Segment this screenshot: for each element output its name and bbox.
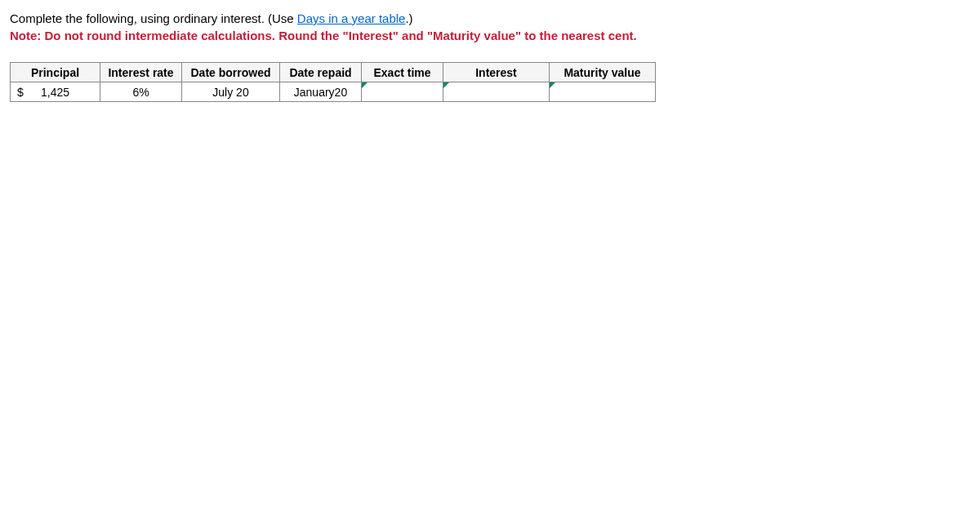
header-date-borrowed: Date borrowed [182, 63, 280, 82]
instruction-text-prefix: Complete the following, using ordinary i… [10, 11, 297, 25]
header-date-repaid: Date repaid [280, 63, 362, 82]
days-in-year-link[interactable]: Days in a year table [297, 11, 406, 25]
input-indicator-icon [362, 82, 368, 88]
header-interest: Interest [443, 63, 550, 82]
table-row: $ 1,425 6% July 20 January20 [11, 82, 656, 102]
instruction-text-suffix: .) [405, 11, 412, 25]
note-text: Do not round intermediate calculations. … [45, 29, 637, 42]
header-interest-rate: Interest rate [100, 63, 182, 82]
input-indicator-icon [443, 82, 449, 88]
instructions-block: Complete the following, using ordinary i… [10, 10, 970, 44]
principal-value: 1,425 [41, 86, 69, 99]
cell-interest-rate: 6% [100, 82, 182, 102]
cell-principal: $ 1,425 [11, 82, 100, 102]
table-header-row: Principal Interest rate Date borrowed Da… [11, 63, 656, 82]
header-principal: Principal [11, 63, 100, 82]
cell-maturity-value[interactable] [550, 82, 656, 102]
cell-date-borrowed: July 20 [182, 82, 280, 102]
note-label: Note: [10, 29, 45, 42]
header-exact-time: Exact time [362, 63, 443, 82]
cell-interest[interactable] [443, 82, 550, 102]
cell-date-repaid: January20 [280, 82, 362, 102]
interest-table: Principal Interest rate Date borrowed Da… [10, 62, 656, 102]
header-maturity-value: Maturity value [550, 63, 656, 82]
input-indicator-icon [550, 82, 555, 88]
cell-exact-time[interactable] [362, 82, 443, 102]
currency-symbol: $ [17, 86, 24, 99]
